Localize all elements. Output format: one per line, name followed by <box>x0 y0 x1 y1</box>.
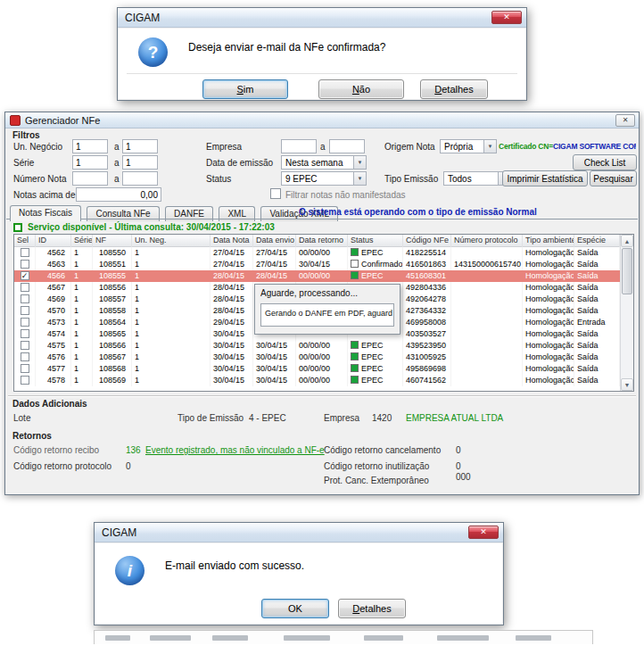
progress-popup: Aguarde, processando... Gerando o DANFE … <box>254 284 400 335</box>
cell-dn: 28/04/15 <box>211 305 253 317</box>
cell-id: 4562 <box>36 247 71 259</box>
cell-nf: 108551 <box>93 259 132 270</box>
cell-serie: 1 <box>71 363 93 375</box>
notas-acima-input[interactable] <box>76 187 161 202</box>
header-id[interactable]: ID <box>36 235 71 247</box>
dialog-message: E-mail enviado com sucesso. <box>165 559 304 572</box>
table-row[interactable]: 45751108566130/04/1530/04/1500/00/00EPEC… <box>14 340 620 352</box>
row-select-checkbox[interactable] <box>14 282 36 294</box>
window-titlebar[interactable]: Gerenciador NFe ✕ <box>5 112 639 128</box>
cell-cod: 495869698 <box>403 363 451 375</box>
imprimir-estatistica-button[interactable]: Imprimir Estatística <box>502 170 588 186</box>
cell-cod: 403503527 <box>403 328 451 340</box>
close-button[interactable]: ✕ <box>491 11 522 24</box>
header-serie[interactable]: Série <box>71 235 93 247</box>
detalhes-button[interactable]: Detalhes <box>338 599 406 618</box>
cell-prot <box>451 340 523 352</box>
header-data-nota[interactable]: Data Nota <box>211 235 253 247</box>
filtrar-nao-manifestadas-checkbox[interactable] <box>270 188 281 199</box>
cell-un: 1 <box>132 317 211 328</box>
emission-mode-message: O sistema está operando com o tipo de em… <box>299 207 537 217</box>
empresa-from-input[interactable] <box>281 139 317 153</box>
status-select[interactable]: 9 EPEC ▼ <box>281 171 367 186</box>
row-select-checkbox[interactable] <box>14 375 36 386</box>
origem-nota-select[interactable]: Própria ▼ <box>440 139 497 153</box>
window-close-button[interactable]: ✕ <box>615 114 635 127</box>
row-select-checkbox[interactable] <box>14 352 36 363</box>
check-list-button[interactable]: Check List <box>573 154 637 170</box>
checkbox-icon <box>21 376 29 385</box>
header-data-envio[interactable]: Data envio <box>253 235 296 247</box>
header-nf[interactable]: NF <box>93 235 132 247</box>
header-codigo-nfe[interactable]: Código NFe <box>403 235 451 247</box>
header-un-neg[interactable]: Un. Neg. <box>132 235 211 247</box>
dialog-titlebar[interactable]: CIGAM ✕ <box>95 523 503 542</box>
row-select-checkbox[interactable] <box>14 328 36 340</box>
chevron-down-icon: ▼ <box>353 156 366 169</box>
detalhes-button[interactable]: Detalhes <box>420 79 488 99</box>
table-row-partial <box>14 386 620 391</box>
header-status[interactable]: Status <box>348 235 403 247</box>
cell-dn: 30/04/15 <box>211 375 253 386</box>
text-smudge <box>516 635 551 641</box>
un-negocio-from-input[interactable] <box>72 139 108 153</box>
row-select-checkbox[interactable] <box>14 294 36 305</box>
cell-esp: Saída <box>574 352 620 363</box>
header-tipo-ambiente[interactable]: Tipo ambiente <box>523 235 574 247</box>
row-select-checkbox[interactable]: ✓ <box>14 270 36 282</box>
pesquisar-button[interactable]: Pesquisar <box>590 170 637 186</box>
tipo-emissao-select[interactable]: Todos ▼ <box>443 171 511 186</box>
header-sel[interactable]: Sel <box>14 235 36 247</box>
table-row[interactable]: 45771108568130/04/1530/04/1500/00/00EPEC… <box>14 363 620 375</box>
cell-status: EPEC <box>348 247 403 259</box>
data-emissao-select[interactable]: Nesta semana ▼ <box>281 155 367 170</box>
cell-serie: 1 <box>71 294 93 305</box>
cell-esp: Saída <box>574 270 620 282</box>
cell-serie: 1 <box>71 352 93 363</box>
tab-notas-fiscais[interactable]: Notas Fiscais <box>10 205 81 221</box>
table-row[interactable]: 45781108569130/04/1530/04/1500/00/00EPEC… <box>14 375 620 386</box>
scroll-down-icon[interactable]: ▼ <box>621 378 633 391</box>
cell-de: 30/04/15 <box>253 352 296 363</box>
empresa-to-input[interactable] <box>329 139 365 153</box>
ok-button[interactable]: OK <box>261 599 329 618</box>
dialog-titlebar[interactable]: CIGAM ✕ <box>118 8 526 28</box>
table-row[interactable]: ✓45661108555128/04/1528/04/1500/00/00EPE… <box>14 270 620 282</box>
empresa-filter-label: Empresa <box>206 142 242 152</box>
sim-button[interactable]: Sim <box>202 79 288 99</box>
row-select-checkbox[interactable] <box>14 340 36 352</box>
table-row[interactable]: 45631108551127/04/1527/04/1530/04/15Conf… <box>14 259 620 270</box>
table-row[interactable]: 45621108550127/04/1527/04/1500/00/00EPEC… <box>14 247 620 259</box>
cell-amb: Homologação <box>523 352 574 363</box>
row-select-checkbox[interactable] <box>14 317 36 328</box>
tipo-emissao-label: Tipo de Emissão <box>178 413 244 423</box>
dialog-body: ? Deseja enviar e-mail da NFe confirmada… <box>119 29 525 99</box>
vertical-scrollbar[interactable]: ▲ ▼ <box>620 235 633 391</box>
header-data-retorno[interactable]: Data retorno <box>296 235 348 247</box>
checkbox-icon <box>21 294 29 303</box>
numero-nota-to-input[interactable] <box>122 171 158 186</box>
row-select-checkbox[interactable] <box>14 247 36 259</box>
serie-to-input[interactable] <box>122 155 158 170</box>
row-select-checkbox[interactable] <box>14 259 36 270</box>
header-especie[interactable]: Espécie <box>574 235 620 247</box>
cell-un: 1 <box>132 282 211 294</box>
checkbox-icon <box>21 352 29 361</box>
row-select-checkbox[interactable] <box>14 363 36 375</box>
un-negocio-to-input[interactable] <box>122 139 158 153</box>
nao-button[interactable]: Não <box>318 79 404 99</box>
table-row[interactable]: 45761108567130/04/1530/04/1500/00/00EPEC… <box>14 352 620 363</box>
cell-esp: Saída <box>574 282 620 294</box>
header-numero-protocolo[interactable]: Número protocolo <box>451 235 523 247</box>
numero-nota-from-input[interactable] <box>72 171 108 186</box>
serie-from-input[interactable] <box>72 155 108 170</box>
cell-nf: 108555 <box>93 270 132 282</box>
scrollbar-thumb[interactable] <box>622 248 632 294</box>
cell-prot <box>451 294 523 305</box>
close-button[interactable]: ✕ <box>468 526 499 539</box>
epec-status-icon <box>351 248 359 256</box>
row-select-checkbox[interactable] <box>14 305 36 317</box>
scroll-up-icon[interactable]: ▲ <box>621 235 633 247</box>
recibo-link[interactable]: Evento registrado, mas não vinculado a N… <box>145 445 325 455</box>
cell-dr: 00/00/00 <box>296 340 348 352</box>
